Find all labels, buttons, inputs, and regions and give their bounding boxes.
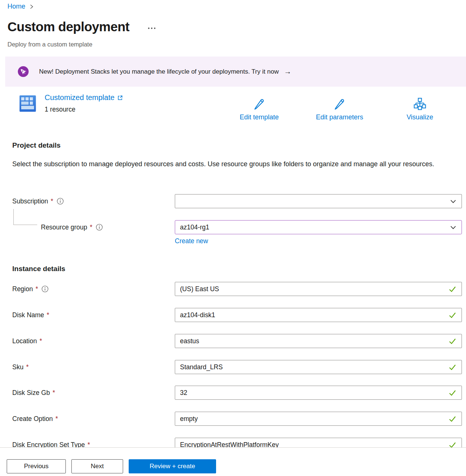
location-input[interactable]: eastus xyxy=(175,334,462,348)
region-label-text: Region xyxy=(12,285,33,293)
next-button[interactable]: Next xyxy=(71,459,123,473)
template-icon xyxy=(19,95,36,112)
page-subtitle: Deploy from a custom template xyxy=(7,41,92,48)
pencil-icon xyxy=(252,97,266,112)
edit-template-button[interactable]: Edit template xyxy=(219,97,299,121)
required-asterisk: * xyxy=(90,223,93,231)
resource-group-value: az104-rg1 xyxy=(180,223,450,231)
region-input[interactable]: (US) East US xyxy=(175,282,462,296)
template-resource-count: 1 resource xyxy=(45,106,75,113)
sku-label-text: Sku xyxy=(12,363,23,371)
edit-template-label: Edit template xyxy=(240,113,279,121)
disk-name-input[interactable]: az104-disk1 xyxy=(175,308,462,322)
instance-details-heading: Instance details xyxy=(12,265,65,273)
breadcrumb: Home xyxy=(7,3,34,10)
chevron-down-icon[interactable] xyxy=(450,224,457,231)
create-option-value: empty xyxy=(180,415,448,423)
create-new-link[interactable]: Create new xyxy=(175,237,208,245)
required-asterisk: * xyxy=(35,285,38,293)
location-label-text: Location xyxy=(12,337,37,345)
required-asterisk: * xyxy=(47,311,49,319)
subscription-dropdown[interactable] xyxy=(175,194,462,208)
resource-group-label: Resource group * xyxy=(41,223,103,231)
required-asterisk: * xyxy=(26,363,29,371)
create-option-label-text: Create Option xyxy=(12,415,53,423)
resource-group-dropdown[interactable]: az104-rg1 xyxy=(175,220,462,234)
wizard-footer: Previous Next Review + create xyxy=(0,447,466,476)
disk-name-value: az104-disk1 xyxy=(180,311,448,319)
disk-name-label: Disk Name * xyxy=(12,311,49,319)
sku-value: Standard_LRS xyxy=(180,363,448,371)
valid-check-icon xyxy=(448,311,457,319)
arrow-right-icon: → xyxy=(284,67,291,76)
previous-button[interactable]: Previous xyxy=(7,459,66,473)
pencil-icon xyxy=(332,97,347,112)
region-value: (US) East US xyxy=(180,285,448,293)
chevron-down-icon[interactable] xyxy=(450,198,457,205)
banner-message: New! Deployment Stacks let you manage th… xyxy=(39,68,279,75)
disk-size-gb-label: Disk Size Gb * xyxy=(12,389,55,397)
region-label: Region * xyxy=(12,285,49,293)
breadcrumb-home-link[interactable]: Home xyxy=(7,3,25,10)
customized-template-link[interactable]: Customized template xyxy=(45,93,123,102)
subscription-label-text: Subscription xyxy=(12,197,48,205)
location-label: Location * xyxy=(12,337,42,345)
page-header: Custom deployment xyxy=(7,19,156,34)
info-icon[interactable] xyxy=(57,197,64,205)
page-title: Custom deployment xyxy=(7,19,129,34)
disk-size-gb-label-text: Disk Size Gb xyxy=(12,389,50,397)
visualize-label: Visualize xyxy=(406,113,433,121)
sku-input[interactable]: Standard_LRS xyxy=(175,360,462,374)
external-link-icon xyxy=(117,95,123,101)
rocket-icon xyxy=(18,66,29,77)
edit-parameters-button[interactable]: Edit parameters xyxy=(299,97,380,121)
template-link-label: Customized template xyxy=(45,93,115,102)
disk-size-gb-value: 32 xyxy=(180,389,448,397)
required-asterisk: * xyxy=(52,389,55,397)
chevron-right-icon xyxy=(29,4,34,10)
subscription-label: Subscription * xyxy=(12,197,64,205)
visualize-button[interactable]: Visualize xyxy=(380,97,460,121)
resource-group-label-text: Resource group xyxy=(41,223,87,231)
info-icon[interactable] xyxy=(41,285,49,293)
hierarchy-icon xyxy=(413,97,427,112)
valid-check-icon xyxy=(448,415,457,423)
custom-deployment-page: Home Custom deployment Deploy from a cus… xyxy=(0,0,466,476)
required-asterisk: * xyxy=(51,197,53,205)
field-connector-line xyxy=(13,209,37,225)
valid-check-icon xyxy=(448,363,457,372)
sku-label: Sku * xyxy=(12,363,29,371)
template-actions: Edit template Edit parameters Visualize xyxy=(219,97,460,121)
edit-parameters-label: Edit parameters xyxy=(316,113,363,121)
valid-check-icon xyxy=(448,389,457,397)
required-asterisk: * xyxy=(55,415,58,423)
create-option-input[interactable]: empty xyxy=(175,412,462,426)
valid-check-icon xyxy=(448,285,457,293)
info-icon[interactable] xyxy=(96,223,103,231)
disk-size-gb-input[interactable]: 32 xyxy=(175,386,462,400)
deployment-stacks-banner[interactable]: New! Deployment Stacks let you manage th… xyxy=(5,57,466,87)
create-option-label: Create Option * xyxy=(12,415,58,423)
more-options-icon[interactable] xyxy=(147,27,156,30)
review-create-button[interactable]: Review + create xyxy=(129,459,216,473)
required-asterisk: * xyxy=(39,337,42,345)
project-details-heading: Project details xyxy=(12,141,61,149)
valid-check-icon xyxy=(448,337,457,345)
disk-name-label-text: Disk Name xyxy=(12,311,44,319)
project-details-description: Select the subscription to manage deploy… xyxy=(12,158,440,170)
location-value: eastus xyxy=(180,337,448,345)
